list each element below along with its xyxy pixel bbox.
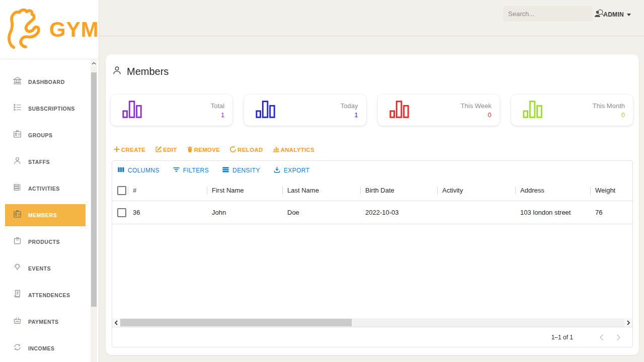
column-separator	[590, 187, 591, 194]
density-button[interactable]: DENSITY	[222, 166, 260, 175]
cell-value: 103 london street	[515, 209, 571, 216]
search-input[interactable]	[508, 10, 597, 18]
select-all-checkbox[interactable]	[117, 186, 126, 195]
edit-icon	[155, 146, 162, 154]
user-menu[interactable]: ADMIN	[594, 10, 631, 20]
row-checkbox[interactable]	[117, 208, 126, 217]
sidebar-item-label: SUBSCRIPTIONS	[28, 106, 75, 112]
density-icon	[222, 166, 229, 175]
scroll-up-arrow-icon[interactable]	[91, 59, 97, 67]
stat-card-this-week: This Week 0	[378, 95, 500, 126]
column-header-address[interactable]: Address	[515, 180, 590, 201]
cell-value: Doe	[282, 209, 299, 216]
scroll-left-arrow-icon[interactable]	[112, 318, 120, 327]
create-button[interactable]: CREATE	[113, 146, 145, 154]
horizontal-scrollbar-thumb[interactable]	[120, 319, 352, 326]
remove-button[interactable]: REMOVE	[187, 146, 220, 154]
cell-value: 2022-10-03	[360, 209, 399, 216]
sidebar-scrollbar[interactable]	[91, 59, 97, 362]
sidebar-item-products[interactable]: PRODUCTS	[5, 228, 86, 255]
column-separator	[207, 187, 207, 194]
analytics-button[interactable]: ANALYTICS	[273, 146, 314, 154]
package-icon	[13, 236, 22, 247]
stat-card-today: Today 1	[244, 95, 366, 126]
basket-icon	[13, 316, 22, 327]
page-header: Members	[112, 64, 639, 78]
person-icon	[13, 156, 22, 167]
export-icon	[273, 166, 281, 175]
column-label: Last Name	[287, 187, 319, 194]
actions-row: CREATE EDIT REMOVE REL	[113, 146, 639, 154]
toolbar-label: COLUMNS	[128, 167, 159, 174]
sidebar-item-label: STAFFS	[28, 159, 50, 165]
bar-chart-icon	[122, 99, 144, 121]
columns-button[interactable]: COLUMNS	[117, 166, 159, 175]
grid-header-row: # First Name Last Name Birth Date Activi…	[112, 180, 632, 201]
stat-label: This Week	[461, 102, 492, 110]
bar-chart-icon	[522, 99, 544, 121]
stat-label: This Month	[593, 102, 625, 110]
user-name: ADMIN	[603, 11, 624, 18]
sidebar-item-groups[interactable]: GROUPS	[5, 122, 86, 148]
horizontal-scrollbar[interactable]	[112, 318, 632, 327]
column-label: Birth Date	[365, 187, 394, 194]
sidebar-item-staffs[interactable]: STAFFS	[5, 148, 86, 175]
cell-value: John	[207, 209, 226, 216]
row-select-cell	[112, 201, 128, 224]
toolbar-label: FILTERS	[183, 167, 209, 174]
filters-button[interactable]: FILTERS	[173, 166, 209, 175]
cell-first-name: John	[207, 201, 282, 224]
grid-footer: 1–1 of 1	[112, 327, 632, 347]
columns-icon	[117, 166, 125, 175]
id-badge-icon	[13, 209, 22, 221]
sidebar-item-incomes[interactable]: INCOMES	[5, 335, 86, 361]
column-header-weight[interactable]: Weight	[590, 180, 632, 201]
sidebar-item-payments[interactable]: PAYMENTS	[5, 308, 86, 335]
edit-button[interactable]: EDIT	[155, 146, 177, 154]
column-separator	[437, 187, 438, 194]
column-header-first-name[interactable]: First Name	[207, 180, 282, 201]
sidebar-item-label: MEMBERS	[28, 212, 57, 218]
sidebar-item-label: DASHBOARD	[28, 79, 65, 85]
members-page-card: Members Total 1 Today 1	[106, 54, 639, 355]
sidebar-item-activities[interactable]: ACTIVITIES	[5, 175, 86, 202]
rows-icon	[13, 183, 22, 194]
cell-num: 36	[128, 201, 207, 224]
column-header-num[interactable]: #	[128, 180, 207, 201]
sidebar-item-attendences[interactable]: ATTENDENCES	[5, 282, 86, 308]
lightbulb-icon	[13, 262, 22, 274]
brand-logo[interactable]: GYM	[0, 0, 99, 59]
previous-page-icon[interactable]	[594, 330, 608, 344]
next-page-icon[interactable]	[611, 330, 625, 344]
stat-value: 0	[461, 111, 492, 119]
stat-label: Total	[211, 102, 224, 110]
sidebar-menu: DASHBOARD SUBSCRIPTIONS GROUPS	[0, 59, 91, 361]
reload-button[interactable]: RELOAD	[229, 146, 263, 154]
export-button[interactable]: EXPORT	[273, 166, 310, 175]
search-box	[503, 6, 593, 22]
column-label: Activity	[442, 187, 463, 194]
sidebar-item-events[interactable]: EVENTS	[5, 255, 86, 282]
sidebar-item-label: GROUPS	[28, 132, 53, 138]
sidebar-scrollbar-thumb[interactable]	[91, 72, 97, 307]
column-label: #	[133, 187, 136, 194]
user-icon	[594, 10, 601, 20]
column-header-activity[interactable]: Activity	[437, 180, 515, 201]
column-header-last-name[interactable]: Last Name	[282, 180, 360, 201]
table-row[interactable]: 36 John Doe 2022-10-03 103 london street…	[112, 201, 632, 224]
action-label: REMOVE	[194, 147, 220, 153]
column-label: First Name	[212, 187, 244, 194]
sidebar-item-label: PAYMENTS	[28, 319, 59, 325]
sidebar-item-members[interactable]: MEMBERS	[5, 204, 86, 226]
topbar: ADMIN	[99, 0, 644, 36]
sidebar-item-subscriptions[interactable]: SUBSCRIPTIONS	[5, 95, 86, 122]
person-icon	[112, 65, 122, 78]
scroll-right-arrow-icon[interactable]	[624, 318, 632, 327]
sidebar-item-label: ATTENDENCES	[28, 292, 70, 298]
action-label: ANALYTICS	[281, 147, 314, 153]
filter-icon	[173, 166, 180, 175]
sidebar-item-label: PRODUCTS	[28, 239, 60, 245]
column-header-birth-date[interactable]: Birth Date	[360, 180, 437, 201]
sidebar-item-dashboard[interactable]: DASHBOARD	[5, 68, 86, 95]
cell-birth-date: 2022-10-03	[360, 201, 437, 224]
